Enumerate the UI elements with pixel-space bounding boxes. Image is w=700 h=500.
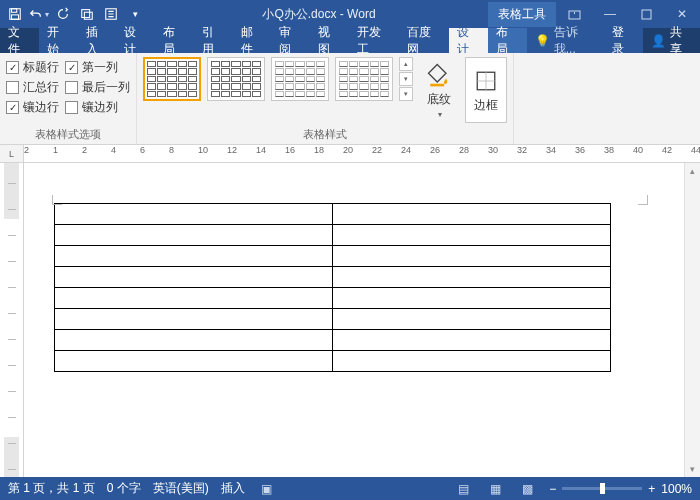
svg-rect-7 bbox=[642, 10, 651, 19]
qat-icon-2[interactable] bbox=[100, 3, 122, 25]
group-table-styles: ▴▾▾ 底纹▾ 边框 表格样式 bbox=[137, 53, 514, 144]
table-style-4[interactable] bbox=[335, 57, 393, 101]
table-row bbox=[55, 204, 611, 225]
tab-view[interactable]: 视图 bbox=[310, 28, 349, 53]
tab-review[interactable]: 审阅 bbox=[271, 28, 310, 53]
quick-access-toolbar: ▾ ▾ bbox=[0, 3, 150, 25]
table-style-2[interactable] bbox=[207, 57, 265, 101]
tab-table-design[interactable]: 设计 bbox=[449, 28, 488, 53]
margin-mark-tl bbox=[52, 191, 66, 205]
style-gallery-more[interactable]: ▴▾▾ bbox=[399, 57, 413, 101]
status-words[interactable]: 0 个字 bbox=[107, 480, 141, 497]
scroll-down-icon[interactable]: ▾ bbox=[685, 461, 700, 477]
ruler-vertical[interactable] bbox=[0, 163, 24, 477]
tab-home[interactable]: 开始 bbox=[39, 28, 78, 53]
borders-button[interactable]: 边框 bbox=[465, 57, 507, 123]
scrollbar-vertical[interactable]: ▴ ▾ bbox=[684, 163, 700, 477]
zoom-in-icon[interactable]: + bbox=[648, 482, 655, 496]
ribbon-tabs: 文件 开始 插入 设计 布局 引用 邮件 审阅 视图 开发工 百度网 设计 布局… bbox=[0, 28, 700, 53]
print-layout-icon[interactable]: ▦ bbox=[485, 482, 505, 496]
ruler-h-track[interactable]: 2124681012141618202224262830323436384042… bbox=[24, 145, 700, 162]
table-style-1[interactable] bbox=[143, 57, 201, 101]
zoom-control[interactable]: − + 100% bbox=[549, 482, 692, 496]
web-layout-icon[interactable]: ▩ bbox=[517, 482, 537, 496]
tab-insert[interactable]: 插入 bbox=[78, 28, 117, 53]
zoom-slider[interactable] bbox=[562, 487, 642, 490]
zoom-out-icon[interactable]: − bbox=[549, 482, 556, 496]
tab-file[interactable]: 文件 bbox=[0, 28, 39, 53]
tab-baidu[interactable]: 百度网 bbox=[399, 28, 449, 53]
status-language[interactable]: 英语(美国) bbox=[153, 480, 209, 497]
undo-icon[interactable]: ▾ bbox=[28, 3, 50, 25]
tab-design[interactable]: 设计 bbox=[116, 28, 155, 53]
macro-record-icon[interactable]: ▣ bbox=[257, 482, 277, 496]
tell-me[interactable]: 💡告诉我... bbox=[527, 28, 605, 53]
ruler-corner: L bbox=[0, 145, 24, 162]
group-label-table-styles: 表格样式 bbox=[143, 125, 507, 142]
qat-icon-1[interactable] bbox=[76, 3, 98, 25]
borders-icon bbox=[472, 67, 500, 95]
table-row bbox=[55, 267, 611, 288]
window-title: 小Q办公.docx - Word bbox=[150, 6, 488, 23]
read-mode-icon[interactable]: ▤ bbox=[453, 482, 473, 496]
ribbon: ✓标题行 汇总行 ✓镶边行 ✓第一列 最后一列 镶边列 表格样式选项 ▴▾▾ bbox=[0, 53, 700, 145]
zoom-value[interactable]: 100% bbox=[661, 482, 692, 496]
table-row bbox=[55, 309, 611, 330]
table-row bbox=[55, 330, 611, 351]
group-label-style-options: 表格样式选项 bbox=[6, 125, 130, 142]
tab-references[interactable]: 引用 bbox=[194, 28, 233, 53]
check-banded-rows[interactable]: ✓镶边行 bbox=[6, 97, 59, 117]
redo-icon[interactable] bbox=[52, 3, 74, 25]
scroll-up-icon[interactable]: ▴ bbox=[685, 163, 700, 179]
svg-rect-3 bbox=[82, 10, 90, 18]
tab-table-layout[interactable]: 布局 bbox=[488, 28, 527, 53]
table-row bbox=[55, 225, 611, 246]
document-canvas[interactable] bbox=[24, 163, 684, 477]
table-row bbox=[55, 246, 611, 267]
status-mode[interactable]: 插入 bbox=[221, 480, 245, 497]
check-first-col[interactable]: ✓第一列 bbox=[65, 57, 130, 77]
paint-bucket-icon bbox=[425, 61, 453, 89]
svg-rect-8 bbox=[430, 84, 444, 87]
margin-mark-tr bbox=[634, 191, 648, 205]
document-table[interactable] bbox=[54, 203, 611, 372]
status-page[interactable]: 第 1 页，共 1 页 bbox=[8, 480, 95, 497]
table-row bbox=[55, 288, 611, 309]
qat-more-icon[interactable]: ▾ bbox=[124, 3, 146, 25]
save-icon[interactable] bbox=[4, 3, 26, 25]
share-icon: 👤 bbox=[651, 34, 666, 48]
share-button[interactable]: 👤共享 bbox=[643, 28, 700, 53]
check-total-row[interactable]: 汇总行 bbox=[6, 77, 59, 97]
status-bar: 第 1 页，共 1 页 0 个字 英语(美国) 插入 ▣ ▤ ▦ ▩ − + 1… bbox=[0, 477, 700, 500]
table-style-3[interactable] bbox=[271, 57, 329, 101]
lightbulb-icon: 💡 bbox=[535, 34, 550, 48]
table-row bbox=[55, 351, 611, 372]
login-button[interactable]: 登录 bbox=[604, 28, 643, 53]
tab-layout[interactable]: 布局 bbox=[155, 28, 194, 53]
ruler-horizontal[interactable]: L 21246810121416182022242628303234363840… bbox=[0, 145, 700, 163]
tab-developer[interactable]: 开发工 bbox=[349, 28, 399, 53]
check-last-col[interactable]: 最后一列 bbox=[65, 77, 130, 97]
shading-button[interactable]: 底纹▾ bbox=[419, 57, 459, 123]
svg-rect-4 bbox=[84, 12, 92, 19]
tab-mailings[interactable]: 邮件 bbox=[233, 28, 272, 53]
svg-rect-2 bbox=[12, 15, 19, 19]
check-banded-cols[interactable]: 镶边列 bbox=[65, 97, 130, 117]
document-area: ▴ ▾ bbox=[0, 163, 700, 477]
group-style-options: ✓标题行 汇总行 ✓镶边行 ✓第一列 最后一列 镶边列 表格样式选项 bbox=[0, 53, 137, 144]
check-header-row[interactable]: ✓标题行 bbox=[6, 57, 59, 77]
svg-rect-1 bbox=[12, 9, 17, 13]
page bbox=[34, 163, 684, 372]
